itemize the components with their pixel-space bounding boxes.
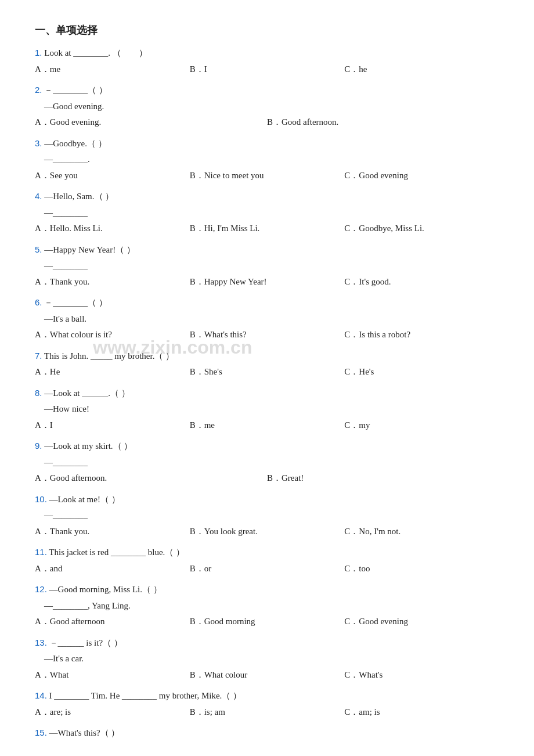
option: B．or xyxy=(190,561,345,577)
question-num: 3. xyxy=(35,138,42,148)
question-text: Look at ________. （ ） xyxy=(44,48,147,57)
option: B．Good morning xyxy=(190,614,345,629)
options-line: A．andB．orC．too xyxy=(35,561,499,577)
option: A．Good evening. xyxy=(35,115,267,130)
sub-line: —It's a ball. xyxy=(35,312,499,327)
question-text: This is John. _____ my brother.（ ） xyxy=(44,351,174,361)
option: A．Thank you. xyxy=(35,275,190,290)
question-line: 3. —Goodbye.（ ） xyxy=(35,136,499,152)
question-line: 2. －________（ ） xyxy=(35,82,499,98)
question-line: 14. I ________ Tim. He ________ my broth… xyxy=(35,688,499,704)
question-num: 1. xyxy=(35,48,42,57)
options-line: A．Good afternoon.B．Great! xyxy=(35,471,499,486)
question-block: 4. —Hello, Sam.（ ）—________A．Hello. Miss… xyxy=(35,189,499,236)
question-line: 12. —Good morning, Miss Li.（ ） xyxy=(35,582,499,597)
options-line: A．See youB．Nice to meet youC．Good evenin… xyxy=(35,168,499,183)
option: A．What colour is it? xyxy=(35,327,190,343)
question-text: —Goodbye.（ ） xyxy=(44,139,107,148)
option: A．Good afternoon xyxy=(35,614,190,629)
question-line: 7. This is John. _____ my brother.（ ） xyxy=(35,348,499,364)
question-text: —What's this?（ ） xyxy=(49,728,120,737)
question-line: 10. —Look at me!（ ） xyxy=(35,492,499,507)
options-line: A．are; isB．is; amC．am; is xyxy=(35,705,499,720)
question-text: －________（ ） xyxy=(44,85,107,95)
question-text: I ________ Tim. He ________ my brother, … xyxy=(49,691,241,700)
question-num: 13. xyxy=(35,638,47,647)
option: A．and xyxy=(35,561,190,577)
question-block: 3. —Goodbye.（ ）—________.A．See youB．Nice… xyxy=(35,136,499,183)
question-block: 2. －________（ ）—Good evening.A．Good even… xyxy=(35,82,499,130)
options-line: A．WhatB．What colourC．What's xyxy=(35,668,499,683)
question-block: 5. —Happy New Year!（ ）—________A．Thank y… xyxy=(35,242,499,290)
option: C．he xyxy=(344,62,499,77)
option: C．am; is xyxy=(344,705,499,720)
option: C．No, I'm not. xyxy=(344,524,499,539)
question-num: 11. xyxy=(35,547,47,557)
question-text: —Happy New Year!（ ） xyxy=(44,245,135,254)
question-line: 13. －______ is it?（ ） xyxy=(35,635,499,651)
question-num: 6. xyxy=(35,297,42,307)
option: C．Good evening xyxy=(344,168,499,183)
question-line: 8. —Look at ______.（ ） xyxy=(35,386,499,401)
options-line: A．What colour is it?B．What's this?C．Is t… xyxy=(35,327,499,343)
option: C．Is this a robot? xyxy=(344,327,499,343)
sub-line: —________ xyxy=(35,508,499,523)
question-num: 12. xyxy=(35,584,47,594)
question-block: 7. This is John. _____ my brother.（ ）A．H… xyxy=(35,348,499,380)
options-line: A．Good afternoonB．Good morningC．Good eve… xyxy=(35,614,499,629)
question-block: 15. —What's this?（ ） xyxy=(35,725,499,741)
question-text: This jacket is red ________ blue.（ ） xyxy=(49,548,185,557)
question-num: 7. xyxy=(35,351,42,361)
option: B．Nice to meet you xyxy=(190,168,345,183)
question-text: —Look at me!（ ） xyxy=(49,495,120,504)
question-line: 5. —Happy New Year!（ ） xyxy=(35,242,499,258)
question-num: 9. xyxy=(35,441,42,451)
option: B．What colour xyxy=(190,668,345,683)
option: A．What xyxy=(35,668,190,683)
option: C．It's good. xyxy=(344,275,499,290)
sub-line: —How nice! xyxy=(35,402,499,417)
options-line: A．meB．IC．he xyxy=(35,62,499,77)
option: A．Hello. Miss Li. xyxy=(35,221,190,236)
question-line: 9. —Look at my skirt.（ ） xyxy=(35,438,499,454)
option: B．What's this? xyxy=(190,327,345,343)
question-block: 11. This jacket is red ________ blue.（ ）… xyxy=(35,545,499,576)
option: B．You look great. xyxy=(190,524,345,539)
option: B．Happy New Year! xyxy=(190,275,345,290)
option: A．me xyxy=(35,62,190,77)
question-block: 6. －________（ ）—It's a ball.A．What colou… xyxy=(35,295,499,343)
section-title: 一、单项选择 xyxy=(35,23,499,37)
question-text: －______ is it?（ ） xyxy=(49,638,122,647)
question-num: 10. xyxy=(35,494,47,504)
question-num: 2. xyxy=(35,85,42,95)
option: B．is; am xyxy=(190,705,345,720)
question-line: 11. This jacket is red ________ blue.（ ） xyxy=(35,545,499,560)
question-line: 15. —What's this?（ ） xyxy=(35,725,499,741)
option: C．What's xyxy=(344,668,499,683)
option: B．Hi, I'm Miss Li. xyxy=(190,221,345,236)
option: C．He's xyxy=(344,365,499,380)
option: A．Thank you. xyxy=(35,524,190,539)
question-text: —Look at my skirt.（ ） xyxy=(44,441,132,451)
questions-container: 1. Look at ________. （ ）A．meB．IC．he2. －_… xyxy=(35,45,499,741)
question-line: 6. －________（ ） xyxy=(35,295,499,311)
question-block: 9. —Look at my skirt.（ ）—________A．Good … xyxy=(35,438,499,486)
question-block: 12. —Good morning, Miss Li.（ ）—________,… xyxy=(35,582,499,629)
option: B．She's xyxy=(190,365,345,380)
option: B．me xyxy=(190,418,345,433)
options-line: A．IB．meC．my xyxy=(35,418,499,433)
option: C．Good evening xyxy=(344,614,499,629)
question-text: —Hello, Sam.（ ） xyxy=(44,192,114,201)
option: A．He xyxy=(35,365,190,380)
options-line: A．HeB．She'sC．He's xyxy=(35,365,499,380)
question-line: 4. —Hello, Sam.（ ） xyxy=(35,189,499,204)
options-line: A．Good evening.B．Good afternoon. xyxy=(35,115,499,130)
options-line: A．Thank you.B．You look great.C．No, I'm n… xyxy=(35,524,499,539)
question-block: 1. Look at ________. （ ）A．meB．IC．he xyxy=(35,45,499,77)
option: B．I xyxy=(190,62,345,77)
sub-line: —It's a car. xyxy=(35,651,499,667)
option: A．I xyxy=(35,418,190,433)
option: A．Good afternoon. xyxy=(35,471,267,486)
sub-line: —________ xyxy=(35,455,499,470)
question-num: 4. xyxy=(35,191,42,201)
